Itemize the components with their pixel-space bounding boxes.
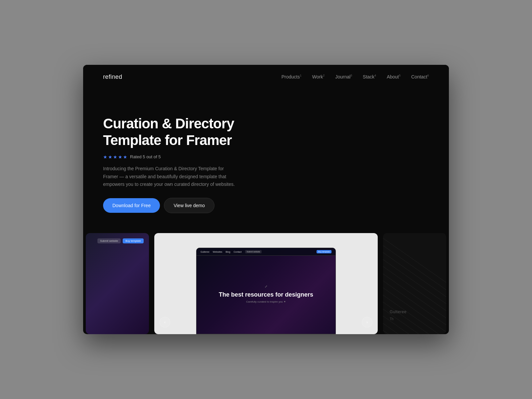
right-card-label: Gulteree [390,310,407,314]
nav-link-products[interactable]: Products1 [281,74,301,79]
star-rating: ★ ★ ★ ★ ★ [103,154,127,160]
laptop-hero-title: The best resources for designers [219,291,313,299]
nav-link-work[interactable]: Work2 [312,74,325,79]
hero-description: Introducing the Premium Curation & Direc… [103,165,236,189]
star-2: ★ [108,154,112,160]
expand-icon: ⤢ [265,285,267,288]
nav-link-journal[interactable]: Journal3 [335,74,352,79]
nav-item-stack[interactable]: Stack4 [363,74,376,80]
laptop-mockup: Gulteree Websites Blog Contact Submit we… [196,248,336,334]
laptop-nav-contact: Contact [234,251,242,253]
laptop-submit-btn: Submit website [245,250,262,253]
mini-buy-btn: Buy template [123,238,144,243]
right-card-label2: Th [390,317,394,321]
rating-row: ★ ★ ★ ★ ★ Rated 5 out of 5 [103,154,429,160]
nav-link-stack[interactable]: Stack4 [363,74,376,79]
nav-link-contact[interactable]: Contact6 [411,74,429,79]
laptop-nav-bar: Gulteree Websites Blog Contact Submit we… [197,248,335,256]
mini-nav: Submit website Buy template [91,238,144,243]
preview-card-left: Submit website Buy template [86,233,149,334]
preview-card-right: Gulteree Th [383,233,446,334]
prev-arrow[interactable]: ‹ [160,317,170,328]
laptop-hero-sub: Carefully curated to inspire you ✦ [246,300,286,303]
mini-submit-btn: Submit website [97,238,121,243]
site-logo[interactable]: refined [103,73,122,80]
laptop-hero-content: ⤢ The best resources for designers Caref… [197,256,335,332]
laptop-buy-btn: Buy template [317,250,332,253]
nav-links: Products1 Work2 Journal3 Stack4 [281,74,429,80]
preview-card-center: Gulteree Websites Blog Contact Submit we… [154,233,378,334]
laptop-nav-blog: Blog [226,251,230,253]
rating-text: Rated 5 out of 5 [130,154,161,159]
nav-item-work[interactable]: Work2 [312,74,325,80]
right-card-inner: Gulteree Th [383,233,446,334]
left-card-inner: Submit website Buy template [86,233,149,334]
nav-link-about[interactable]: About5 [387,74,401,79]
demo-button[interactable]: View live demo [164,198,214,213]
nav-item-contact[interactable]: Contact6 [411,74,429,80]
star-1: ★ [103,154,107,160]
hero-title: Curation & Directory Template for Framer [103,115,263,149]
star-3: ★ [113,154,117,160]
laptop-nav-websites: Websites [213,251,222,253]
nav-item-journal[interactable]: Journal3 [335,74,352,80]
next-arrow[interactable]: › [362,317,372,328]
hero-section: Curation & Directory Template for Framer… [83,89,449,233]
cta-row: Download for Free View live demo [103,198,429,213]
nav-item-products[interactable]: Products1 [281,74,301,80]
star-5: ★ [123,154,127,160]
nav-item-about[interactable]: About5 [387,74,401,80]
laptop-logo: Gulteree [200,251,209,253]
download-button[interactable]: Download for Free [103,198,160,213]
star-4: ★ [118,154,122,160]
browser-window: refined Products1 Work2 Journal3 Stack4 [83,65,449,334]
laptop-screen: Gulteree Websites Blog Contact Submit we… [197,248,335,334]
navbar: refined Products1 Work2 Journal3 Stack4 [83,65,449,89]
preview-section: Submit website Buy template Gulteree Web… [83,233,449,334]
